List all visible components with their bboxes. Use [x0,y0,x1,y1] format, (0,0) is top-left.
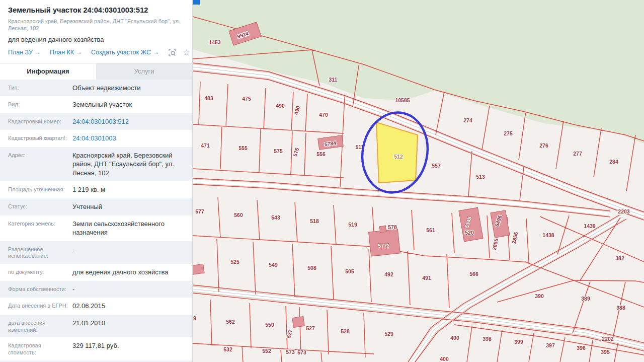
parcel-info-panel: Земельный участок 24:04:0301003:512 Крас… [0,0,193,362]
parcel-label: 532 [223,346,232,352]
selected-parcel-512[interactable] [376,122,418,183]
info-row-value: Земельный участок [72,100,184,109]
info-row: Дата внесения в ЕГРН:02.06.2015 [0,298,192,315]
parcel-address-subtitle: Красноярский край, Березовский район, ДН… [8,18,184,32]
parcel-label: 2855 [491,238,500,250]
parcel-label: 557 [432,163,441,169]
info-row: Разрешенное использование:- [0,241,192,264]
parcel-label: 275 [504,130,513,136]
parcel-label: 543 [271,214,280,221]
info-row-value-link[interactable]: 24:04:0301003 [72,134,184,143]
parcel-label: 490 [293,105,301,115]
tab-information[interactable]: Информация [0,63,96,80]
parcel-label: 9 [193,315,196,321]
map-ui-fragment [193,0,200,5]
info-row-label: по документу: [8,268,72,276]
parcel-label: 284 [609,159,618,165]
parcel-label: 520 [465,230,474,236]
parcel-label: 555 [238,145,248,151]
parcel-label: 1439 [584,223,596,229]
parcel-label: 389 [581,296,590,302]
area-search-icon[interactable] [168,48,177,57]
parcel-label: 575 [274,148,283,154]
parcel-label: 400 [440,356,449,362]
parcel-label: 566 [469,271,478,277]
building-small-527 [292,317,304,328]
parcel-label: 562 [226,319,235,325]
parcel-label: 400 [450,335,459,341]
parcel-label: 519 [348,222,357,228]
tab-services[interactable]: Услуги [96,63,192,80]
parcel-label: 398 [482,336,492,342]
info-row-label: Вид: [8,100,72,108]
cadastral-map[interactable]: 1453992431148347549049047010585274275276… [193,0,644,362]
info-row-label: дата внесения изменений: [8,319,72,334]
parcel-label: 550 [265,322,274,328]
parcel-label: 1438 [542,232,554,238]
parcel-label: 529 [384,331,393,337]
parcel-label: 2856 [511,231,519,244]
info-row: Форма собственности:- [0,281,192,298]
info-row-value: - [72,285,184,294]
info-row-value: 02.06.2015 [72,302,184,311]
parcel-label: 560 [234,212,243,218]
info-row-label: Тип: [8,84,72,92]
parcel-label: 470 [319,112,328,118]
info-row-value: Объект недвижимости [72,84,184,93]
cadastral-map-app: Земельный участок 24:04:0301003:512 Крас… [0,0,644,362]
parcel-label: 483 [204,95,213,101]
parcel-label: 561 [426,227,435,233]
parcel-label: 396 [577,345,586,351]
info-row-value: Земли сельскохозяйственного назначения [72,220,184,237]
info-row-value: Учтенный [72,202,184,211]
info-row-value: 329 117,81 руб. [72,341,184,350]
parcel-label: 395 [601,349,610,355]
parcel-label: 388 [616,305,625,311]
info-row-label: Категория земель: [8,220,72,228]
parcel-label: 475 [242,96,251,102]
info-row-value: 21.01.2010 [72,319,184,328]
info-row: Вид:Земельный участок [0,96,192,113]
parcel-title: Земельный участок 24:04:0301003:512 [8,6,184,14]
parcel-label: 492 [384,271,393,277]
plan-kk-link[interactable]: План КК → [50,49,82,56]
info-row-label: Площадь уточненная: [8,185,72,193]
info-row-value-link[interactable]: 24:04:0301003:512 [72,117,184,126]
info-row: дата внесения изменений:21.01.2010 [0,315,192,338]
parcel-label: 390 [535,293,544,299]
parcel-label: 527 [306,325,315,331]
info-row-label: Кадастровая стоимость: [8,341,72,356]
map-canvas[interactable]: 1453992431148347549049047010585274275276… [193,0,644,362]
panel-header: Земельный участок 24:04:0301003:512 Крас… [0,0,192,63]
info-row-label: Кадастровый номер: [8,117,72,125]
info-row-value: Красноярский край, Березовский район, ДН… [72,151,184,178]
parcel-label: 491 [422,275,431,281]
info-row: по документу:для ведения дачного хозяйст… [0,264,192,281]
panel-tabs: Информация Услуги [0,63,192,80]
parcel-label: 508 [307,265,316,271]
parcel-label: 490 [276,103,285,109]
parcel-label: 2203 [618,208,630,214]
info-row-label: Кадастровый квартал!: [8,134,72,142]
parcel-label: 311 [329,77,338,83]
building-5345 [459,207,483,242]
parcel-label: 549 [269,262,278,268]
info-row: Категория земель:Земли сельскохозяйствен… [0,215,192,241]
selected-parcel-label: 512 [394,154,403,160]
panel-links-row: План ЗУ → План КК → Создать участок ЖС →… [8,48,184,59]
info-row: Кадастровая стоимость:329 117,81 руб. [0,337,192,360]
favorite-star-icon[interactable]: ☆ [183,48,190,57]
parcel-label: 10585 [395,97,410,103]
parcel-label: 1453 [209,39,221,45]
parcel-label: 5773 [378,243,390,249]
info-row: Площадь уточненная:1 219 кв. м [0,181,192,198]
info-table: Тип:Объект недвижимостиВид:Земельный уча… [0,80,192,362]
parcel-label: 578 [388,224,397,230]
parcel-label: 513 [476,174,485,180]
info-row: Кадастровый номер:24:04:0301003:512 [0,113,192,130]
parcel-label: 573 [286,349,295,355]
parcel-label: 471 [201,142,210,149]
building-5773-annex [379,226,386,232]
plan-zu-link[interactable]: План ЗУ → [8,49,41,56]
create-zhs-parcel-link[interactable]: Создать участок ЖС → [91,49,159,56]
